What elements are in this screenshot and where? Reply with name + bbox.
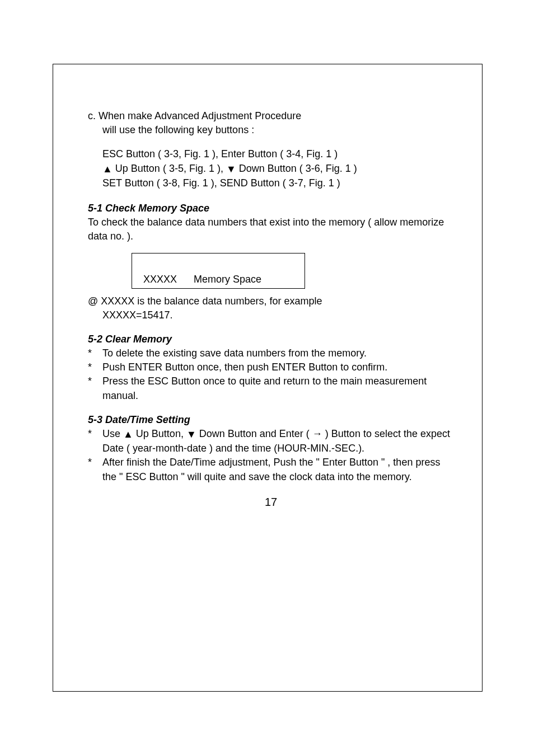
list-item: * After finish the Date/Time adjustment,…: [88, 456, 454, 483]
text: @ XXXXX is the balance data numbers, for…: [88, 294, 454, 308]
up-triangle-icon: ▲: [102, 162, 113, 176]
section-c-intro: c. When make Advanced Adjustment Procedu…: [88, 109, 454, 137]
page-content: c. When make Advanced Adjustment Procedu…: [88, 109, 454, 510]
list-item: * Press the ESC Button once to quite and…: [88, 374, 454, 402]
text: To delete the existing save data numbers…: [102, 346, 454, 360]
display-text: XXXXX Memory Space: [143, 273, 261, 287]
page-number: 17: [88, 494, 454, 510]
heading-5-2: 5-2 Clear Memory: [88, 332, 454, 346]
text: Use: [102, 428, 123, 439]
text: SET Button ( 3-8, Fig. 1 ), SEND Button …: [102, 176, 454, 190]
text: ▲ Up Button ( 3-5, Fig. 1 ), ▼ Down Butt…: [102, 162, 454, 176]
list-item: * Use ▲ Up Button, ▼ Down Button and Ent…: [88, 427, 454, 456]
text: XXXXX=15417.: [88, 308, 454, 322]
text: Push ENTER Button once, then push ENTER …: [102, 360, 454, 374]
text: Press the ESC Button once to quite and r…: [102, 374, 454, 402]
down-triangle-icon: ▼: [226, 162, 236, 176]
list-item: * Push ENTER Button once, then push ENTE…: [88, 360, 454, 374]
memory-note: @ XXXXX is the balance data numbers, for…: [88, 294, 454, 322]
section-5-2-list: * To delete the existing save data numbe…: [88, 346, 454, 403]
text: Down Button and Enter (: [196, 428, 312, 439]
text: Down Button ( 3-6, Fig. 1 ): [236, 163, 357, 174]
memory-space-display: XXXXX Memory Space: [132, 253, 305, 289]
heading-5-1: 5-1 Check Memory Space: [88, 201, 454, 215]
text: ESC Button ( 3-3, Fig. 1 ), Enter Button…: [102, 147, 454, 161]
display-box-container: XXXXX Memory Space: [88, 253, 454, 289]
bullet-marker: *: [88, 346, 102, 360]
bullet-marker: *: [88, 456, 102, 483]
bullet-marker: *: [88, 360, 102, 374]
text: Up Button ( 3-5, Fig. 1 ),: [113, 163, 226, 174]
button-references: ESC Button ( 3-3, Fig. 1 ), Enter Button…: [88, 147, 454, 190]
text: Up Button,: [133, 428, 186, 439]
text: c. When make Advanced Adjustment Procedu…: [88, 109, 454, 123]
down-triangle-icon: ▼: [186, 428, 196, 442]
text: will use the following key buttons :: [88, 123, 454, 137]
list-item: * To delete the existing save data numbe…: [88, 346, 454, 360]
text: Use ▲ Up Button, ▼ Down Button and Enter…: [102, 427, 454, 456]
up-triangle-icon: ▲: [123, 428, 133, 442]
heading-5-3: 5-3 Date/Time Setting: [88, 413, 454, 427]
text: After finish the Date/Time adjustment, P…: [102, 456, 454, 483]
right-arrow-icon: →: [312, 427, 322, 441]
section-5-3-list: * Use ▲ Up Button, ▼ Down Button and Ent…: [88, 427, 454, 484]
bullet-marker: *: [88, 374, 102, 402]
page-frame: c. When make Advanced Adjustment Procedu…: [53, 64, 483, 692]
section-5-1-body: To check the balance data numbers that e…: [88, 215, 454, 243]
bullet-marker: *: [88, 427, 102, 456]
